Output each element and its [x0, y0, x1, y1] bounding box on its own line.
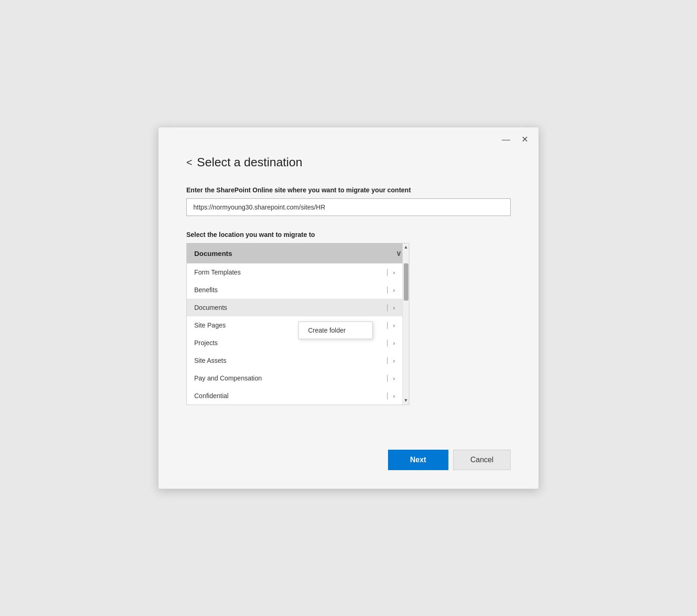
separator-icon: |: [387, 356, 388, 365]
tree-item-form-templates[interactable]: Form Templates | ›: [187, 263, 402, 281]
main-content: < Select a destination Enter the SharePo…: [158, 146, 539, 440]
cancel-button[interactable]: Cancel: [453, 450, 511, 470]
url-label: Enter the SharePoint Online site where y…: [186, 186, 511, 194]
back-arrow-icon[interactable]: <: [186, 157, 192, 169]
context-menu: Create folder: [298, 321, 373, 339]
url-input[interactable]: [186, 198, 511, 216]
tree-list: Form Templates | › Benefits | › Document…: [187, 263, 409, 405]
tree-container: Documents ∨ Form Templates | › Benefits …: [186, 243, 409, 405]
separator-icon: |: [387, 303, 388, 312]
scroll-down-icon: ▼: [404, 398, 408, 403]
chevron-down-icon: ∨: [396, 249, 401, 258]
separator-icon: |: [387, 268, 388, 276]
page-header: < Select a destination: [186, 155, 511, 170]
tree-header-label: Documents: [194, 249, 232, 257]
chevron-right-icon: ›: [393, 393, 395, 400]
chevron-right-icon: ›: [393, 304, 395, 311]
tree-item-pay-and-compensation[interactable]: Pay and Compensation | ›: [187, 369, 402, 387]
scrollbar-thumb[interactable]: [404, 263, 408, 301]
scrollbar[interactable]: ▲ ▼: [402, 243, 409, 405]
separator-icon: |: [387, 286, 388, 294]
close-button[interactable]: ✕: [518, 133, 531, 146]
tree-item-name: Documents: [194, 304, 382, 311]
chevron-right-icon: ›: [393, 269, 395, 276]
minimize-button[interactable]: —: [500, 133, 513, 146]
tree-item-name: Form Templates: [194, 269, 382, 276]
tree-item-confidential[interactable]: Confidential | ›: [187, 387, 402, 405]
separator-icon: |: [387, 339, 388, 347]
tree-item-name: Site Assets: [194, 357, 382, 364]
context-menu-create-folder[interactable]: Create folder: [299, 322, 372, 339]
tree-item-site-assets[interactable]: Site Assets | ›: [187, 352, 402, 369]
chevron-right-icon: ›: [393, 375, 395, 382]
page-title: Select a destination: [197, 155, 302, 170]
tree-item-name: Projects: [194, 339, 382, 347]
footer: Next Cancel: [158, 440, 539, 489]
title-bar: — ✕: [158, 127, 539, 146]
chevron-right-icon: ›: [393, 322, 395, 329]
chevron-right-icon: ›: [393, 357, 395, 364]
separator-icon: |: [387, 392, 388, 400]
url-section: Enter the SharePoint Online site where y…: [186, 186, 511, 231]
next-button[interactable]: Next: [388, 450, 449, 470]
dialog: — ✕ < Select a destination Enter the Sha…: [158, 127, 539, 489]
chevron-right-icon: ›: [393, 340, 395, 347]
tree-header[interactable]: Documents ∨: [187, 243, 409, 263]
chevron-right-icon: ›: [393, 287, 395, 294]
location-section: Select the location you want to migrate …: [186, 231, 511, 405]
scroll-up-icon: ▲: [404, 244, 408, 249]
location-label: Select the location you want to migrate …: [186, 231, 511, 238]
separator-icon: |: [387, 374, 388, 382]
tree-item-name: Benefits: [194, 286, 382, 294]
separator-icon: |: [387, 321, 388, 329]
tree-item-name: Confidential: [194, 392, 382, 400]
tree-item-documents[interactable]: Documents | ›: [187, 299, 402, 316]
tree-item-benefits[interactable]: Benefits | ›: [187, 281, 402, 299]
tree-item-name: Pay and Compensation: [194, 374, 382, 382]
